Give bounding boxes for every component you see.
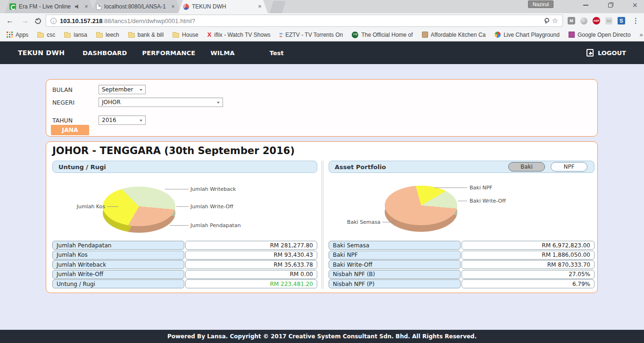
bookmark-apps[interactable]: Apps [7, 32, 28, 38]
asset-portfolio-header: Asset Portfolio Baki NPF [329, 161, 594, 173]
page-body: TEKUN DWH DASHBOARD PERFORMANCE WILMA Te… [0, 41, 644, 343]
m-extension-icon[interactable] [568, 17, 575, 24]
new-tab-button[interactable] [270, 1, 286, 13]
callout-baki-npf: Baki NPF [470, 185, 492, 191]
bookmark-label: Affordable Kitchen Ca [431, 32, 486, 38]
nav-item-dashboard[interactable]: DASHBOARD [83, 49, 127, 57]
bookmarks-bar: Apps csc lansa leech bank & bill House i… [0, 28, 644, 41]
table-row: Jumlah WritebackRM 35,633.78 [52, 260, 317, 269]
table-row: Untung / RugiRM 223,481.20 [52, 279, 317, 288]
bookmark-kitchen[interactable]: Affordable Kitchen Ca [422, 32, 486, 38]
tab-title: localhost:8080/LANSA-1 [104, 3, 167, 10]
callout-line [170, 225, 189, 226]
go-extension-icon[interactable] [605, 17, 612, 24]
logout-button[interactable]: LOGOUT [586, 49, 626, 57]
negeri-select[interactable]: JOHOR [99, 98, 223, 107]
tahun-label: TAHUN [52, 117, 73, 124]
chrome-menu-icon[interactable] [632, 16, 639, 25]
eztv-icon [280, 32, 282, 38]
nav-item-test[interactable]: Test [270, 49, 284, 57]
callout-line [458, 201, 467, 201]
jana-button[interactable]: JANA [51, 125, 89, 135]
bookmark-folder-house[interactable]: House [173, 32, 198, 38]
tab-close-icon[interactable] [170, 3, 176, 10]
bulan-select[interactable]: September [99, 85, 146, 94]
untung-rugi-title: Untung / Rugi [58, 163, 106, 171]
brand-tekun-dwh[interactable]: TEKUN DWH [18, 49, 65, 57]
document-favicon [96, 4, 101, 10]
bookmark-folder-leech[interactable]: leech [96, 32, 119, 38]
era-fm-favicon [9, 3, 16, 10]
bookmark-eztv[interactable]: EZTV - TV Torrents On [280, 32, 343, 38]
apps-grid-icon [7, 32, 13, 38]
profile-chip[interactable]: Nazirul [528, 0, 553, 8]
untung-rugi-section: Untung / Rugi Jumlah Writeback Jumlah Ko… [52, 161, 317, 288]
npf-toggle-button[interactable]: NPF [551, 162, 587, 172]
bookmark-livechart[interactable]: Live Chart Playground [495, 32, 560, 38]
negeri-label: NEGERI [52, 99, 74, 106]
bookmark-yts[interactable]: The Official Home of [352, 32, 413, 38]
tab-close-icon[interactable] [83, 3, 90, 10]
url-path: :88/lancs1/dem/dwhwp0001.html? [102, 17, 195, 24]
folder-icon [96, 33, 103, 38]
password-key-icon[interactable] [543, 18, 549, 24]
bookmark-star-icon[interactable] [552, 16, 558, 25]
tab-close-icon[interactable] [256, 3, 263, 10]
restore-icon[interactable] [608, 3, 612, 8]
bookmark-folder-lansa[interactable]: lansa [64, 32, 87, 38]
folder-icon [37, 33, 44, 38]
nav-item-wilma[interactable]: WILMA [210, 49, 234, 57]
iflix-icon [207, 31, 212, 38]
bookmark-gopendir[interactable]: Google Open Directo [569, 32, 631, 38]
bookmark-folder-csc[interactable]: csc [37, 32, 55, 38]
row-label: Baki Semasa [329, 241, 461, 250]
pie-top-face[interactable] [385, 186, 457, 225]
tahun-select[interactable]: 2016 [99, 115, 146, 125]
bookmarks-overflow-chevron[interactable] [640, 31, 643, 38]
table-row: Jumlah PendapatanRM 281,277.80 [52, 241, 317, 250]
row-label: Baki NPF [329, 251, 461, 260]
baki-toggle-button[interactable]: Baki [508, 162, 545, 172]
callout-jumlah-pendapatan: Jumlah Pendapatan [190, 222, 241, 229]
adblock-plus-icon[interactable] [593, 17, 600, 24]
folder-icon [173, 33, 179, 38]
nav-item-performance[interactable]: PERFORMANCE [142, 49, 196, 57]
tab-era-fm[interactable]: Era FM - Live Online R [5, 0, 94, 13]
bookmark-label: Google Open Directo [578, 32, 631, 38]
ball-extension-icon[interactable] [580, 17, 587, 24]
bookmark-iflix[interactable]: iflix - Watch TV Shows [207, 31, 271, 38]
logout-label: LOGOUT [598, 49, 626, 57]
bookmark-folder-bank-bill[interactable]: bank & bill [128, 32, 164, 38]
back-button[interactable] [5, 16, 15, 25]
untung-rugi-table: Jumlah PendapatanRM 281,277.80 Jumlah Ko… [52, 241, 317, 288]
folder-icon [64, 33, 71, 38]
tab-strip: Era FM - Live Online R localhost:8080/LA… [0, 0, 644, 13]
untung-rugi-pie-chart: Jumlah Writeback Jumlah Kos Jumlah Write… [52, 173, 317, 238]
callout-line [107, 206, 118, 207]
row-label: Jumlah Kos [52, 251, 184, 260]
reload-icon[interactable] [33, 16, 42, 25]
row-value: 6.79% [462, 279, 594, 288]
url-text[interactable]: 103.10.157.218:88/lancs1/dem/dwhwp0001.h… [60, 17, 540, 24]
callout-jumlah-kos: Jumlah Kos [70, 204, 105, 210]
extension-icons [568, 16, 639, 25]
tab-localhost[interactable]: localhost:8080/LANSA-1 [91, 0, 181, 13]
callout-line [165, 189, 189, 189]
close-window-icon[interactable] [632, 2, 637, 9]
asset-portfolio-pie-chart: Baki NPF Baki Write-Off Baki Semasa [329, 173, 594, 238]
bookmark-label: lansa [74, 32, 87, 38]
table-row: Nisbah NPF (B)27.05% [329, 270, 594, 279]
table-row: Baki SemasaRM 6,972,823.00 [329, 241, 594, 250]
browser-window: Era FM - Live Online R localhost:8080/LA… [0, 0, 644, 343]
forward-button[interactable] [20, 16, 30, 25]
row-value: RM 93,430.43 [185, 251, 317, 260]
minimize-icon[interactable] [583, 5, 588, 6]
row-value: RM 0.00 [185, 270, 317, 279]
asset-portfolio-title: Asset Portfolio [335, 163, 386, 171]
tab-tekun-dwh[interactable]: TEKUN DWH [178, 0, 268, 13]
address-bar[interactable]: 103.10.157.218:88/lancs1/dem/dwhwp0001.h… [46, 15, 563, 27]
info-icon[interactable] [50, 18, 57, 24]
callout-line [176, 206, 189, 207]
bookmark-label: The Official Home of [361, 32, 413, 38]
s-extension-icon[interactable] [618, 17, 625, 24]
